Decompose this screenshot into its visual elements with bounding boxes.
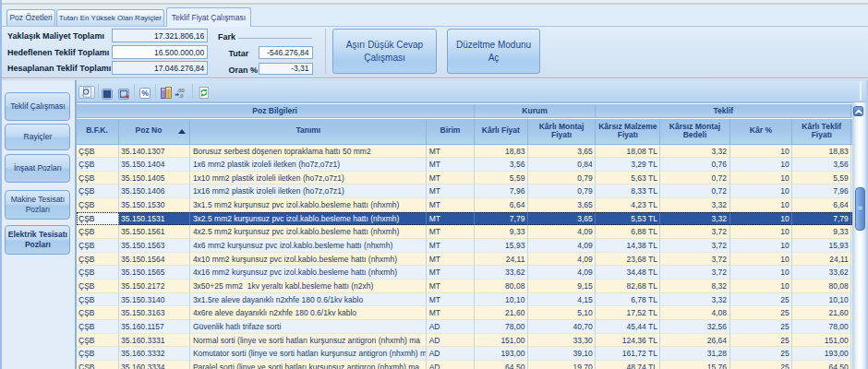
svg-text:.0: .0 (179, 93, 185, 99)
svg-text:%: % (141, 89, 149, 98)
